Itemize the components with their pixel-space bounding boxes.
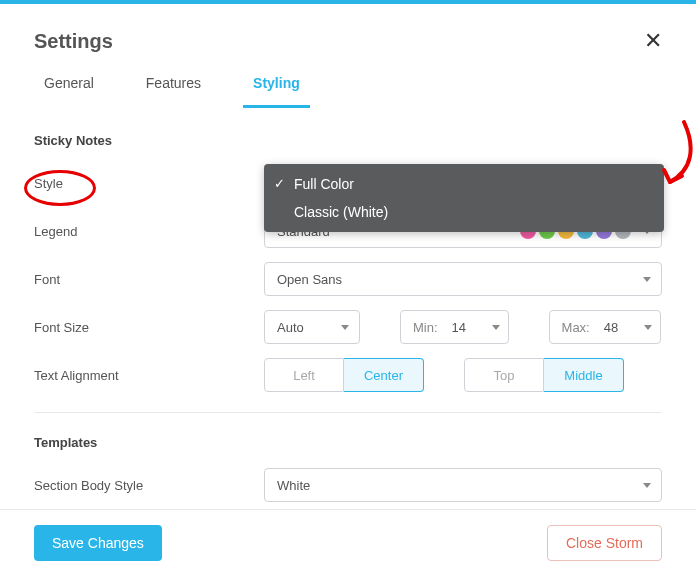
fontsize-auto-select[interactable]: Auto [264, 310, 360, 344]
align-top-button[interactable]: Top [464, 358, 544, 392]
fontsize-min-label: Min: [413, 320, 438, 335]
fontsize-auto-value: Auto [277, 320, 304, 335]
close-storm-button[interactable]: Close Storm [547, 525, 662, 561]
align-center-button[interactable]: Center [344, 358, 424, 392]
footer: Save Changes Close Storm [0, 509, 696, 575]
chevron-down-icon [643, 483, 651, 488]
chevron-down-icon [643, 277, 651, 282]
fontsize-max-value: 48 [604, 320, 626, 335]
fontsize-max-label: Max: [562, 320, 590, 335]
tabs: General Features Styling [0, 75, 696, 109]
check-icon: ✓ [274, 176, 285, 191]
style-dropdown: ✓ Full Color Classic (White) [264, 164, 664, 232]
chevron-down-icon [341, 325, 349, 330]
templates-heading: Templates [34, 435, 662, 450]
style-option-label: Full Color [294, 176, 354, 192]
style-label: Style [34, 176, 264, 191]
alignment-horiz-group: Left Center [264, 358, 424, 392]
sticky-notes-heading: Sticky Notes [34, 133, 662, 148]
divider [34, 412, 662, 413]
save-button[interactable]: Save Changes [34, 525, 162, 561]
fontsize-max-input[interactable]: Max: 48 [549, 310, 661, 344]
section-body-style-value: White [277, 478, 310, 493]
style-option-fullcolor[interactable]: ✓ Full Color [264, 170, 664, 198]
tab-styling[interactable]: Styling [243, 75, 310, 108]
align-middle-button[interactable]: Middle [544, 358, 624, 392]
alignment-label: Text Alignment [34, 368, 264, 383]
section-body-style-select[interactable]: White [264, 468, 662, 502]
align-left-button[interactable]: Left [264, 358, 344, 392]
fontsize-min-input[interactable]: Min: 14 [400, 310, 509, 344]
settings-panel: Settings ✕ General Features Styling Stic… [0, 0, 696, 575]
close-icon[interactable]: ✕ [644, 30, 662, 52]
style-option-classic[interactable]: Classic (White) [264, 198, 664, 226]
page-title: Settings [34, 30, 113, 53]
chevron-down-icon [492, 325, 500, 330]
style-option-label: Classic (White) [294, 204, 388, 220]
fontsize-label: Font Size [34, 320, 264, 335]
chevron-down-icon [644, 325, 652, 330]
font-label: Font [34, 272, 264, 287]
tab-features[interactable]: Features [136, 75, 211, 108]
fontsize-min-value: 14 [452, 320, 474, 335]
tab-general[interactable]: General [34, 75, 104, 108]
font-value: Open Sans [277, 272, 342, 287]
font-select[interactable]: Open Sans [264, 262, 662, 296]
legend-label: Legend [34, 224, 264, 239]
alignment-vert-group: Top Middle [464, 358, 624, 392]
section-body-style-label: Section Body Style [34, 478, 264, 493]
